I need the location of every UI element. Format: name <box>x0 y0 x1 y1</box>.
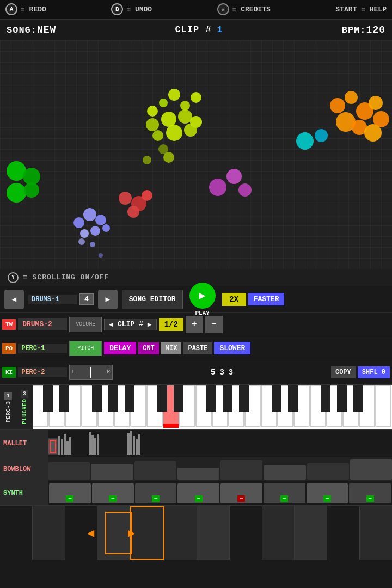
mallet-seq-cells[interactable] <box>48 430 392 457</box>
x-button[interactable]: ✕ <box>217 3 229 15</box>
vol-slider[interactable]: VOLUME <box>69 317 102 332</box>
clip-next-arrow[interactable]: ▶ <box>145 320 154 329</box>
next-track-btn[interactable]: ▶ <box>98 290 118 309</box>
credits-item[interactable]: ✕ = CREDITS <box>217 3 271 15</box>
svg-point-24 <box>7 183 26 203</box>
synth-cell[interactable]: − <box>49 483 91 503</box>
track-drums1-label: DRUMS-1 <box>28 295 77 304</box>
svg-point-27 <box>83 208 96 221</box>
bb-cell[interactable] <box>48 462 90 480</box>
shfl-btn[interactable]: SHFL 0 <box>358 366 390 378</box>
clip-info: CLIP # 1 <box>175 24 223 35</box>
lr-slider[interactable]: L R <box>69 365 113 380</box>
svg-point-33 <box>90 242 95 247</box>
nav-cell-2[interactable] <box>33 506 65 560</box>
svg-rect-82 <box>163 424 179 428</box>
track-perc1-label: PERC-1 <box>18 344 67 353</box>
play-btn[interactable]: ▶ <box>189 283 216 309</box>
speed-2x-btn[interactable]: 2X <box>222 293 246 306</box>
help-label: START = HELP <box>335 5 387 14</box>
svg-point-13 <box>345 91 358 104</box>
nav-cell-selected[interactable] <box>130 506 164 560</box>
b-button[interactable]: B <box>111 3 123 15</box>
nav-cell-6[interactable] <box>164 506 197 560</box>
track-drums2-label: DRUMS-2 <box>18 318 67 330</box>
clip-prefix: CLIP # <box>175 24 211 35</box>
mallet-bars-3 <box>127 431 140 455</box>
prev-track-btn[interactable]: ◀ <box>4 290 24 309</box>
mallet-row: MALLET <box>0 430 392 457</box>
mallet-cell-selected[interactable] <box>48 438 58 455</box>
nav-cell-10[interactable] <box>295 506 327 560</box>
svg-rect-71 <box>125 385 134 412</box>
nav-cell-8[interactable] <box>230 506 262 560</box>
svg-point-30 <box>90 226 100 236</box>
nav-cell-4[interactable] <box>97 506 130 560</box>
speed-half-btn[interactable]: 1/2 <box>159 318 183 331</box>
a-button[interactable]: A <box>5 3 17 15</box>
synth-seq: − − − − − − − − <box>48 481 392 505</box>
delay-btn[interactable]: DELAY <box>104 342 136 354</box>
clip-nav[interactable]: ◀ CLIP # ▶ <box>104 318 156 330</box>
visualizer <box>0 40 392 269</box>
svg-point-39 <box>209 179 226 196</box>
track-plucked-label: PLUCKED <box>21 399 28 424</box>
tw-btn[interactable]: TW <box>2 319 16 330</box>
scrolling-label: = SCROLLING ON/OFF <box>23 273 109 281</box>
nav-cell-12[interactable] <box>360 506 392 560</box>
svg-rect-81 <box>353 385 363 412</box>
ki-btn[interactable]: KI <box>2 367 16 378</box>
svg-point-2 <box>168 89 180 101</box>
copy-btn[interactable]: COPY <box>331 366 356 378</box>
po-btn[interactable]: PO <box>2 343 16 354</box>
nav-cell-11[interactable] <box>327 506 360 560</box>
song-name: NEW <box>37 24 56 35</box>
y-button[interactable]: Y <box>8 272 19 283</box>
undo-label: = UNDO <box>126 5 152 14</box>
svg-point-31 <box>102 224 110 232</box>
slower-btn[interactable]: SLOWER <box>214 342 250 354</box>
svg-point-29 <box>80 229 89 238</box>
song-bar: SONG:NEW CLIP # 1 BPM:120 <box>0 20 392 40</box>
svg-rect-77 <box>272 385 281 412</box>
redo-item[interactable]: A = REDO <box>5 3 46 15</box>
piano-keyboard-area: 1 PERC-3 3 PLUCKED <box>0 384 392 430</box>
mallet-bars-1 <box>58 434 71 455</box>
clip-prev-arrow[interactable]: ◀ <box>107 320 115 329</box>
minus-btn[interactable]: − <box>205 316 223 333</box>
song-editor-btn[interactable]: SONG EDITOR <box>122 290 183 309</box>
play-container: ▶ PLAY <box>185 283 220 316</box>
svg-point-5 <box>146 118 159 131</box>
svg-point-34 <box>99 253 103 258</box>
nav-cell-1[interactable] <box>0 506 33 560</box>
nav-left-arrow[interactable]: ◀ <box>87 526 94 541</box>
clip-num-badge[interactable]: 4 <box>79 293 94 305</box>
svg-point-43 <box>143 156 151 164</box>
synth-label: SYNTH <box>0 481 48 505</box>
nav-cell-7[interactable] <box>197 506 230 560</box>
help-item[interactable]: START = HELP <box>335 5 387 14</box>
svg-point-35 <box>119 192 132 205</box>
svg-point-28 <box>95 215 106 225</box>
svg-rect-78 <box>288 385 298 412</box>
paste-btn[interactable]: PASTE <box>183 342 212 354</box>
cnt-btn[interactable]: CNT <box>138 342 159 354</box>
nav-right-arrow[interactable]: ▶ <box>128 526 135 541</box>
svg-point-21 <box>315 129 328 142</box>
redo-label: = REDO <box>21 5 46 14</box>
plus-btn[interactable]: + <box>186 316 203 333</box>
svg-point-38 <box>127 206 139 218</box>
faster-btn[interactable]: FASTER <box>248 293 285 305</box>
piano-keys[interactable] <box>33 385 392 429</box>
synth-row: SYNTH − − − − − − − − <box>0 481 392 505</box>
plucked-num-badge: 3 <box>21 390 28 398</box>
nav-cells <box>0 506 392 560</box>
mix-btn[interactable]: MIX <box>161 342 182 354</box>
mallet-label: MALLET <box>0 430 48 457</box>
pitch-slider[interactable]: PITCH <box>69 341 102 356</box>
svg-point-12 <box>330 98 345 113</box>
undo-item[interactable]: B = UNDO <box>111 3 152 15</box>
nav-cell-9[interactable] <box>262 506 295 560</box>
bowblow-seq[interactable] <box>48 457 392 481</box>
svg-point-15 <box>369 96 383 110</box>
